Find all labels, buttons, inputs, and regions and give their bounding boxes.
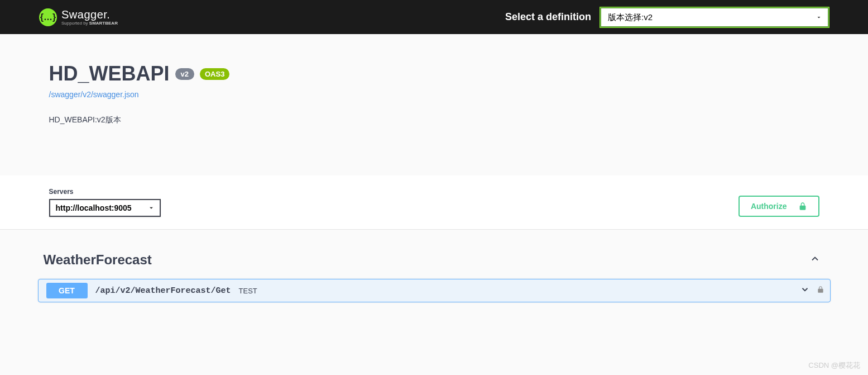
- api-description: HD_WEBAPI:v2版本: [49, 115, 819, 125]
- topbar: {…} Swagger. Supported by SMARTBEAR Sele…: [0, 0, 868, 34]
- spec-url-link[interactable]: /swagger/v2/swagger.json: [49, 90, 139, 99]
- tag-weatherforecast[interactable]: WeatherForecast: [38, 246, 831, 273]
- servers-group: Servers http://localhost:9005: [49, 188, 161, 217]
- swagger-logo-icon: {…}: [39, 8, 57, 26]
- select-definition-label: Select a definition: [505, 11, 591, 23]
- version-badge: v2: [175, 68, 194, 80]
- servers-label: Servers: [49, 188, 161, 196]
- operation-summary: TEST: [239, 287, 257, 295]
- logo-text: Swagger.: [61, 9, 118, 20]
- tag-name: WeatherForecast: [44, 252, 152, 268]
- chevron-down-icon[interactable]: [800, 284, 810, 297]
- operation-path: /api/v2/WeatherForecast/Get: [95, 286, 231, 296]
- logo-subtext: Supported by SMARTBEAR: [61, 21, 118, 26]
- swagger-logo[interactable]: {…} Swagger. Supported by SMARTBEAR: [39, 8, 118, 26]
- method-badge: GET: [46, 283, 88, 298]
- operation-get-weatherforecast[interactable]: GET /api/v2/WeatherForecast/Get TEST: [38, 279, 831, 302]
- oas-badge: OAS3: [200, 68, 229, 80]
- api-info: HD_WEBAPI v2 OAS3 /swagger/v2/swagger.js…: [49, 34, 819, 142]
- definition-selector-group: Select a definition 版本选择:v2: [505, 7, 829, 27]
- authorize-button[interactable]: Authorize: [738, 196, 819, 217]
- chevron-up-icon: [809, 253, 831, 267]
- lock-icon[interactable]: [817, 285, 824, 296]
- api-title: HD_WEBAPI v2 OAS3: [49, 62, 819, 86]
- definition-select[interactable]: 版本选择:v2: [600, 7, 829, 27]
- servers-select[interactable]: http://localhost:9005: [49, 199, 161, 217]
- lock-icon: [798, 201, 807, 211]
- scheme-section: Servers http://localhost:9005 Authorize: [0, 175, 868, 230]
